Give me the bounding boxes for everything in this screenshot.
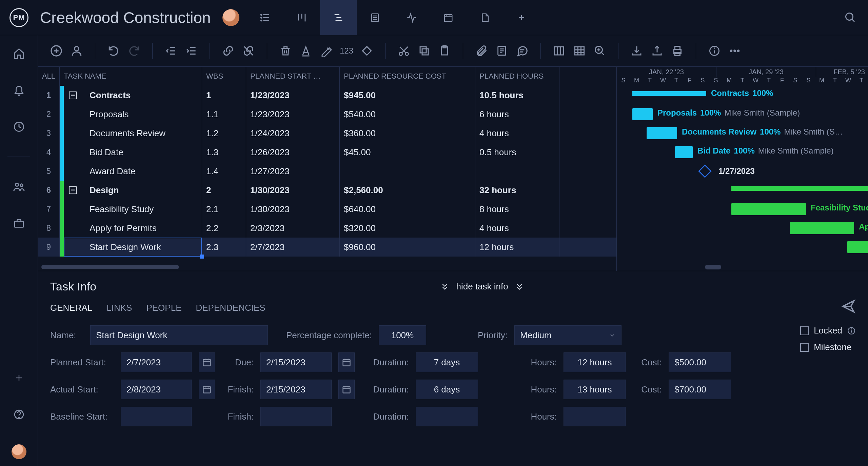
table-row[interactable]: 5Award Date1.41/27/2023 <box>38 162 616 181</box>
locked-toggle[interactable]: Locked <box>800 325 856 336</box>
actual-hours-field[interactable]: 13 hours <box>564 380 626 399</box>
col-all[interactable]: ALL <box>38 67 60 86</box>
priority-select[interactable]: Medium <box>514 325 622 345</box>
cell-wbs[interactable]: 1.2 <box>202 124 246 143</box>
add-task-icon[interactable] <box>47 41 66 60</box>
table-row[interactable]: 3Documents Review1.21/24/2023$360.004 ho… <box>38 124 616 143</box>
actual-duration-field[interactable]: 6 days <box>416 380 478 399</box>
more-icon[interactable] <box>725 41 744 60</box>
baseline-finish-field[interactable] <box>260 407 332 426</box>
nav-user-avatar[interactable] <box>12 444 26 459</box>
milestone-toggle[interactable]: Milestone <box>800 342 856 352</box>
text-style-icon[interactable] <box>296 41 315 60</box>
collapse-icon[interactable]: − <box>69 186 77 194</box>
view-sheet-icon[interactable] <box>357 0 393 35</box>
calendar-icon[interactable] <box>199 380 215 399</box>
cell-name[interactable]: Feasibility Study <box>60 200 202 219</box>
nav-recent-icon[interactable] <box>12 120 26 134</box>
tab-people[interactable]: PEOPLE <box>146 303 181 313</box>
copy-icon[interactable] <box>415 41 434 60</box>
col-start[interactable]: PLANNED START … <box>246 67 340 86</box>
cell-cost[interactable]: $945.00 <box>340 86 475 105</box>
view-list-icon[interactable] <box>247 0 283 35</box>
table-row[interactable]: 1−Contracts11/23/2023$945.0010.5 hours <box>38 86 616 105</box>
percent-complete-field[interactable]: 100% <box>379 325 426 345</box>
cell-cost[interactable]: $960.00 <box>340 238 475 257</box>
notes-icon[interactable] <box>492 41 511 60</box>
cell-hours[interactable]: 0.5 hours <box>475 143 559 162</box>
cell-start[interactable]: 1/26/2023 <box>246 143 340 162</box>
nav-briefcase-icon[interactable] <box>12 217 26 230</box>
cell-hours[interactable]: 6 hours <box>475 105 559 124</box>
tab-links[interactable]: LINKS <box>106 303 132 313</box>
cell-start[interactable]: 1/23/2023 <box>246 105 340 124</box>
cell-hours[interactable]: 12 hours <box>475 238 559 257</box>
app-logo[interactable]: PM <box>0 8 38 27</box>
cell-start[interactable]: 2/3/2023 <box>246 219 340 238</box>
baseline-start-field[interactable] <box>121 407 192 426</box>
project-avatar[interactable] <box>222 9 239 26</box>
cell-start[interactable]: 1/23/2023 <box>246 86 340 105</box>
assign-icon[interactable] <box>67 41 86 60</box>
table-row[interactable]: 8Apply for Permits2.22/3/2023$320.004 ho… <box>38 219 616 238</box>
nav-add-icon[interactable] <box>12 371 26 385</box>
planned-hours-field[interactable]: 12 hours <box>564 352 626 372</box>
send-icon[interactable] <box>841 299 856 314</box>
cell-wbs[interactable]: 1.1 <box>202 105 246 124</box>
cell-wbs[interactable]: 2 <box>202 181 246 200</box>
col-wbs[interactable]: WBS <box>202 67 246 86</box>
gantt-milestone-award[interactable] <box>698 164 712 178</box>
gantt-bar-startdesign[interactable] <box>847 241 868 253</box>
cell-name[interactable]: Documents Review <box>60 124 202 143</box>
paste-icon[interactable] <box>435 41 454 60</box>
due-field[interactable]: 2/15/2023 <box>260 352 332 372</box>
col-cost[interactable]: PLANNED RESOURCE COST <box>340 67 475 86</box>
actual-start-field[interactable]: 2/8/2023 <box>121 380 192 399</box>
cell-start[interactable]: 2/7/2023 <box>246 238 340 257</box>
cell-hours[interactable]: 10.5 hours <box>475 86 559 105</box>
cell-name[interactable]: Start Design Work <box>60 238 202 257</box>
cell-hours[interactable] <box>475 162 559 181</box>
view-activity-icon[interactable] <box>393 0 430 35</box>
cell-cost[interactable]: $640.00 <box>340 200 475 219</box>
import-icon[interactable] <box>627 41 646 60</box>
cell-start[interactable]: 1/30/2023 <box>246 181 340 200</box>
cell-cost[interactable]: $540.00 <box>340 105 475 124</box>
grid-icon[interactable] <box>570 41 589 60</box>
columns-icon[interactable] <box>550 41 569 60</box>
export-icon[interactable] <box>648 41 667 60</box>
cell-hours[interactable]: 32 hours <box>475 181 559 200</box>
view-file-icon[interactable] <box>467 0 503 35</box>
cell-name[interactable]: −Contracts <box>60 86 202 105</box>
baseline-hours-field[interactable] <box>564 407 626 426</box>
cell-start[interactable]: 1/27/2023 <box>246 162 340 181</box>
gantt-bar-bid[interactable]: Bid Date100%Mike Smith (Sample) <box>675 146 693 158</box>
cell-name[interactable]: Proposals <box>60 105 202 124</box>
view-gantt-icon[interactable] <box>320 0 357 35</box>
hide-task-info-button[interactable]: hide task info <box>440 281 524 292</box>
selection-handle[interactable] <box>200 255 204 259</box>
cell-wbs[interactable]: 1.3 <box>202 143 246 162</box>
cell-cost[interactable]: $360.00 <box>340 124 475 143</box>
cell-cost[interactable]: $45.00 <box>340 143 475 162</box>
gantt-bar-apply[interactable]: Apply f <box>790 222 854 234</box>
cell-wbs[interactable]: 1.4 <box>202 162 246 181</box>
table-row[interactable]: 9Start Design Work2.32/7/2023$960.0012 h… <box>38 238 616 257</box>
wbs-number-icon[interactable]: 123 <box>337 41 356 60</box>
planned-duration-field[interactable]: 7 days <box>416 352 478 372</box>
cell-start[interactable]: 1/24/2023 <box>246 124 340 143</box>
attachment-icon[interactable] <box>472 41 491 60</box>
grid-hscroll[interactable] <box>38 263 616 271</box>
calendar-icon[interactable] <box>199 352 215 372</box>
collapse-icon[interactable]: − <box>69 92 77 99</box>
calendar-icon[interactable] <box>338 352 355 372</box>
gantt-body[interactable]: Contracts100% Proposals100%Mike Smith (S… <box>617 86 868 271</box>
baseline-duration-field[interactable] <box>416 407 478 426</box>
calendar-icon[interactable] <box>338 380 355 399</box>
gantt-bar-contracts[interactable]: Contracts100% <box>632 91 706 96</box>
redo-icon[interactable] <box>124 41 143 60</box>
cell-wbs[interactable]: 2.3 <box>202 238 246 257</box>
milestone-icon[interactable] <box>357 41 376 60</box>
print-icon[interactable] <box>668 41 687 60</box>
col-hours[interactable]: PLANNED HOURS <box>475 67 559 86</box>
